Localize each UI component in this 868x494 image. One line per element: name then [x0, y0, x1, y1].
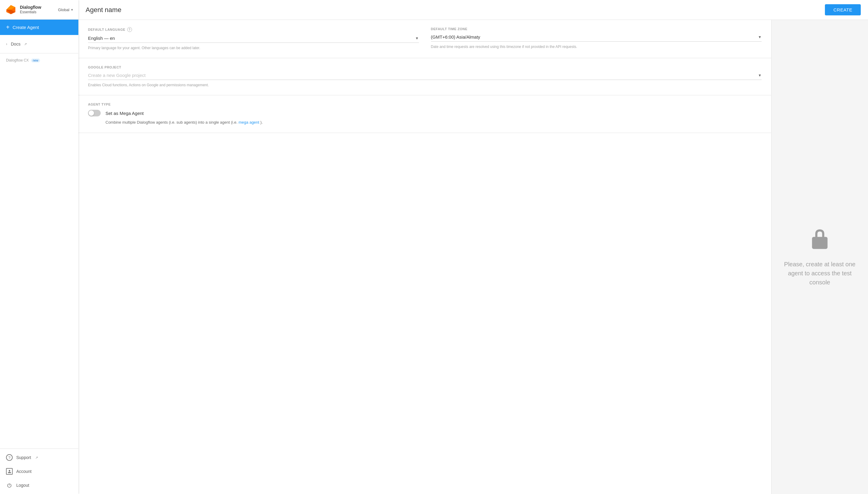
sidebar-item-support[interactable]: ? Support ↗ — [0, 451, 78, 464]
chevron-right-icon: › — [6, 42, 7, 46]
timezone-value: (GMT+6:00) Asia/Almaty — [431, 34, 480, 39]
language-select[interactable]: English — en ▼ — [88, 36, 419, 43]
support-label: Support — [16, 455, 31, 460]
mega-agent-description: Combine multiple Dialogflow agents (i.e.… — [105, 119, 762, 126]
language-timezone-section: DEFAULT LANGUAGE ? English — en ▼ Primar… — [78, 20, 771, 58]
timezone-dropdown-icon: ▼ — [758, 35, 762, 39]
sidebar-item-logout[interactable]: Logout — [0, 478, 78, 492]
external-link-icon: ↗ — [24, 42, 27, 46]
create-button[interactable]: CREATE — [825, 4, 861, 15]
language-value: English — en — [88, 36, 115, 41]
right-panel-message: Please, create at least one agent to acc… — [781, 260, 859, 287]
google-project-label: GOOGLE PROJECT — [88, 65, 762, 69]
mega-agent-toggle-row: Set as Mega Agent — [88, 110, 762, 116]
mega-agent-link[interactable]: mega agent — [239, 120, 259, 125]
sidebar-header: Dialogflow Essentials Global ▼ — [0, 0, 78, 20]
support-external-icon: ↗ — [35, 456, 38, 460]
default-timezone-label: DEFAULT TIME ZONE — [431, 27, 762, 31]
mega-agent-desc-part2: ). — [260, 120, 263, 125]
logo-brand: Dialogflow — [20, 5, 41, 10]
form-row-lang-tz: DEFAULT LANGUAGE ? English — en ▼ Primar… — [88, 27, 762, 51]
agent-type-section: AGENT TYPE Set as Mega Agent Combine mul… — [78, 95, 771, 133]
google-project-hint: Enables Cloud functions, Actions on Goog… — [88, 82, 762, 88]
sidebar-nav: › Docs ↗ — [0, 35, 78, 53]
language-col: DEFAULT LANGUAGE ? English — en ▼ Primar… — [88, 27, 419, 51]
dialogflow-logo-icon — [5, 4, 17, 16]
logout-icon — [6, 482, 13, 489]
right-panel: Please, create at least one agent to acc… — [772, 20, 868, 494]
google-project-placeholder: Create a new Google project — [88, 73, 145, 78]
google-project-select[interactable]: Create a new Google project ▼ — [88, 73, 762, 80]
support-icon: ? — [6, 454, 13, 461]
content-wrapper: DEFAULT LANGUAGE ? English — en ▼ Primar… — [78, 20, 868, 494]
agent-type-label: AGENT TYPE — [88, 102, 762, 106]
dialogflow-cx-section: Dialogflow CX new — [0, 53, 78, 64]
language-dropdown-icon: ▼ — [415, 36, 419, 40]
logout-label: Logout — [16, 483, 29, 488]
logo-text: Dialogflow Essentials — [20, 5, 41, 14]
google-project-dropdown-icon: ▼ — [758, 73, 762, 77]
global-arrow-icon: ▼ — [71, 8, 74, 12]
language-hint: Primary language for your agent. Other l… — [88, 45, 419, 51]
lock-icon-container — [809, 227, 830, 252]
mega-agent-desc-part1: Combine multiple Dialogflow agents (i.e.… — [105, 120, 237, 125]
language-help-icon[interactable]: ? — [127, 27, 132, 32]
global-selector[interactable]: Global ▼ — [58, 7, 74, 12]
logo-sub: Essentials — [20, 10, 41, 14]
page-title: Agent name — [85, 6, 121, 14]
account-label: Account — [16, 469, 32, 474]
sidebar-item-account[interactable]: Account — [0, 464, 78, 478]
form-panel: DEFAULT LANGUAGE ? English — en ▼ Primar… — [78, 20, 772, 494]
dialogflow-cx-label: Dialogflow CX new — [0, 53, 78, 64]
global-label: Global — [58, 7, 70, 12]
lock-icon — [809, 227, 830, 251]
main-content: Agent name CREATE DEFAULT LANGUAGE ? Eng… — [78, 0, 868, 494]
plus-icon: + — [6, 24, 9, 31]
toggle-knob — [88, 110, 94, 116]
new-badge: new — [31, 58, 40, 62]
sidebar: Dialogflow Essentials Global ▼ + Create … — [0, 0, 78, 494]
account-icon — [6, 468, 13, 475]
default-language-label: DEFAULT LANGUAGE ? — [88, 27, 419, 32]
sidebar-bottom: ? Support ↗ Account Logout — [0, 449, 78, 494]
create-agent-button[interactable]: + Create Agent — [0, 20, 78, 35]
svg-rect-3 — [812, 237, 827, 249]
timezone-hint: Date and time requests are resolved usin… — [431, 44, 762, 50]
docs-label: Docs — [11, 42, 20, 46]
timezone-col: DEFAULT TIME ZONE (GMT+6:00) Asia/Almaty… — [431, 27, 762, 51]
mega-agent-toggle[interactable] — [88, 110, 101, 116]
main-header: Agent name CREATE — [78, 0, 868, 20]
mega-agent-label: Set as Mega Agent — [105, 111, 144, 116]
timezone-select[interactable]: (GMT+6:00) Asia/Almaty ▼ — [431, 34, 762, 42]
sidebar-item-docs[interactable]: › Docs ↗ — [0, 38, 78, 50]
google-project-section: GOOGLE PROJECT Create a new Google proje… — [78, 58, 771, 95]
create-agent-label: Create Agent — [13, 25, 39, 30]
